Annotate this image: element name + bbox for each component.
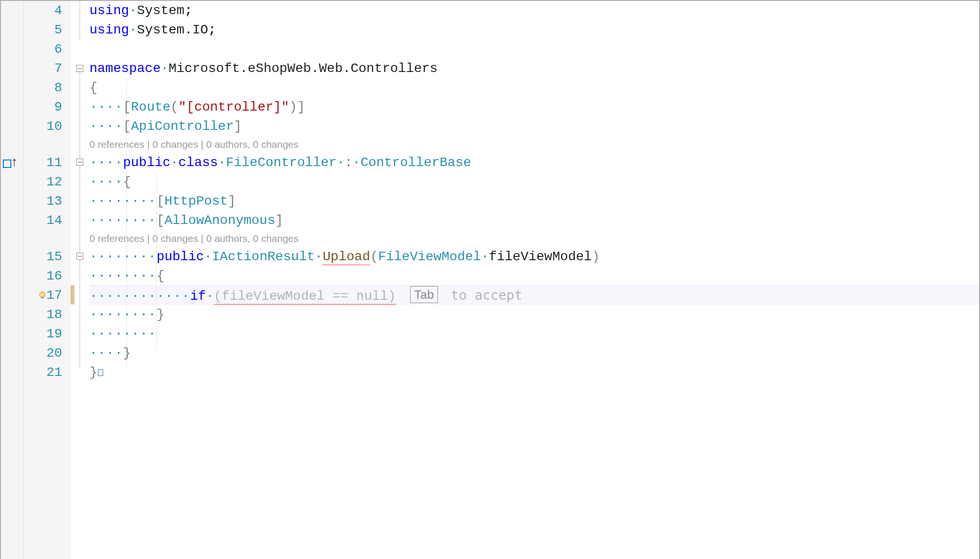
code-line[interactable]: namespace·Microsoft.eShopWeb.Web.Control…	[89, 59, 979, 78]
code-line[interactable]: ············if·(fileViewModel == null)Ta…	[89, 286, 979, 305]
line-number: 9	[24, 97, 62, 117]
code-line[interactable]: ········[AllowAnonymous]	[89, 211, 979, 230]
fold-toggle[interactable]	[76, 253, 83, 260]
svg-rect-1	[41, 297, 44, 298]
outlining-margin	[71, 1, 89, 559]
line-number: 11	[24, 153, 62, 172]
code-line[interactable]: ········[HttpPost]	[89, 192, 979, 211]
code-line[interactable]: }	[89, 363, 979, 382]
line-number: 19	[24, 324, 62, 343]
code-line[interactable]: ····{	[89, 172, 979, 192]
intellicode-suggestion: (fileViewModel == null)	[214, 289, 396, 305]
code-line[interactable]: ····[Route("[controller]")]	[89, 97, 979, 117]
code-line[interactable]: using·System;	[89, 1, 979, 20]
tab-key-hint: Tab	[410, 286, 438, 303]
line-number: 7	[24, 59, 62, 78]
line-number: 17	[24, 286, 62, 305]
line-number-gutter: 4 5 6 7 8 9 10 11 12 13 14 15 16 17 18 1…	[24, 1, 71, 559]
tracking-indicator-icon: ↑	[3, 156, 18, 171]
svg-point-0	[40, 292, 45, 297]
codelens[interactable]: 0 references | 0 changes | 0 authors, 0 …	[89, 230, 979, 247]
fold-toggle[interactable]	[76, 159, 83, 166]
line-number: 6	[24, 40, 62, 59]
code-line[interactable]: ········public·IActionResult·Upload(File…	[89, 247, 979, 266]
code-line[interactable]: ········}	[89, 305, 979, 324]
line-number: 8	[24, 78, 62, 97]
code-line[interactable]: using·System.IO;	[89, 20, 979, 40]
code-area[interactable]: using·System; using·System.IO; namespace…	[89, 1, 979, 559]
code-line[interactable]: ········{	[89, 266, 979, 286]
code-line[interactable]: {	[89, 78, 979, 97]
code-line[interactable]: ········	[89, 324, 979, 343]
code-line[interactable]: ····}	[89, 343, 979, 363]
cursor-end-marker	[98, 369, 103, 376]
line-number: 13	[24, 192, 62, 211]
code-editor[interactable]: ↑ 4 5 6 7 8 9 10 11 12 13 14 15 16 17 18…	[1, 1, 979, 559]
line-number: 20	[24, 343, 62, 363]
line-number: 18	[24, 305, 62, 324]
indicator-margin: ↑	[1, 1, 24, 559]
codelens[interactable]: 0 references | 0 changes | 0 authors, 0 …	[89, 136, 979, 153]
fold-toggle[interactable]	[76, 65, 83, 72]
code-line[interactable]: ····[ApiController]	[89, 117, 979, 136]
line-number: 16	[24, 266, 62, 286]
line-number: 10	[24, 117, 62, 136]
lightbulb-icon[interactable]	[38, 291, 47, 300]
code-line[interactable]: ····public·class·FileController·:·Contro…	[89, 153, 979, 172]
line-number: 15	[24, 247, 62, 266]
change-indicator	[71, 285, 74, 304]
line-number: 5	[24, 20, 62, 40]
line-number: 4	[24, 1, 62, 20]
line-number: 21	[24, 363, 62, 382]
line-number: 14	[24, 211, 62, 230]
code-line[interactable]	[89, 40, 979, 59]
accept-hint-text: to accept	[443, 287, 522, 303]
line-number: 12	[24, 172, 62, 192]
